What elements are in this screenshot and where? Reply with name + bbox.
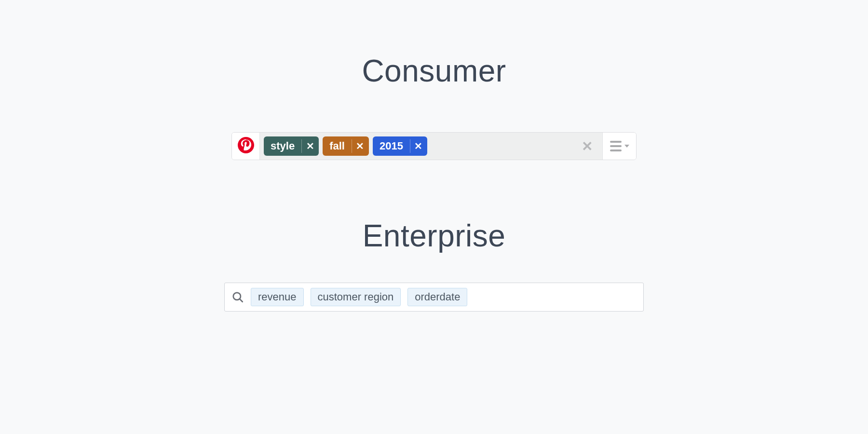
clear-all-icon[interactable]: ✕ bbox=[576, 138, 598, 154]
tag-remove-icon[interactable]: ✕ bbox=[301, 136, 319, 156]
enterprise-heading: Enterprise bbox=[363, 218, 506, 254]
brand-button[interactable] bbox=[232, 133, 260, 160]
hamburger-icon bbox=[610, 141, 622, 151]
tag-revenue[interactable]: revenue bbox=[251, 288, 304, 306]
svg-line-2 bbox=[240, 299, 243, 302]
menu-button[interactable] bbox=[602, 133, 636, 160]
consumer-heading: Consumer bbox=[362, 53, 506, 89]
tag-label: fall bbox=[323, 136, 352, 156]
tag-label: customer region bbox=[318, 291, 394, 303]
tag-label: orderdate bbox=[415, 291, 460, 303]
tag-orderdate[interactable]: orderdate bbox=[407, 288, 467, 306]
search-icon bbox=[231, 291, 244, 303]
tag-remove-icon[interactable]: ✕ bbox=[352, 136, 369, 156]
enterprise-search-bar[interactable]: revenue customer region orderdate bbox=[224, 283, 644, 312]
pinterest-icon bbox=[238, 137, 254, 155]
chevron-down-icon bbox=[624, 145, 629, 148]
tag-fall: fall ✕ bbox=[323, 136, 369, 156]
consumer-search-bar: style ✕ fall ✕ 2015 ✕ ✕ bbox=[231, 132, 637, 160]
tag-customer-region[interactable]: customer region bbox=[311, 288, 401, 306]
tag-style: style ✕ bbox=[264, 136, 319, 156]
tag-label: 2015 bbox=[373, 136, 410, 156]
tag-label: revenue bbox=[258, 291, 297, 303]
tag-label: style bbox=[264, 136, 301, 156]
tag-remove-icon[interactable]: ✕ bbox=[410, 136, 427, 156]
tag-2015: 2015 ✕ bbox=[373, 136, 427, 156]
consumer-tag-strip[interactable]: style ✕ fall ✕ 2015 ✕ ✕ bbox=[260, 133, 602, 160]
